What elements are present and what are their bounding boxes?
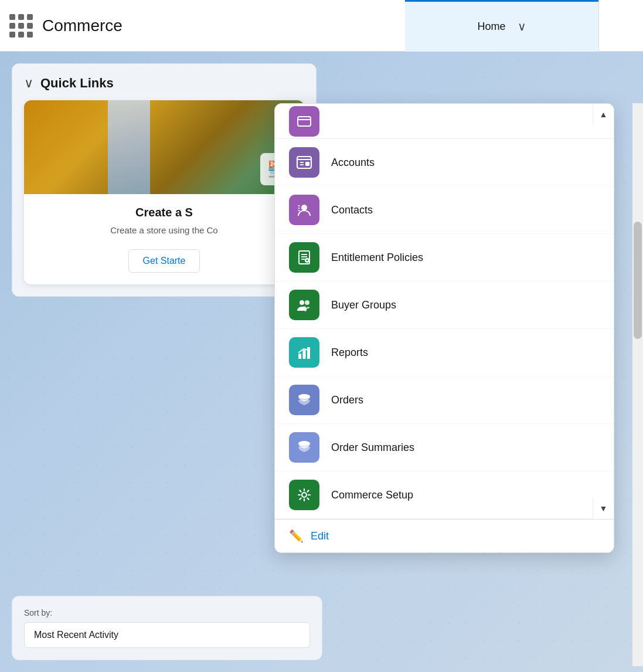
buyer-groups-icon: [289, 290, 319, 320]
contacts-label: Contacts: [331, 204, 373, 216]
sort-select[interactable]: Most Recent Activity: [24, 622, 310, 648]
top-navigation: Commerce Home ∨: [0, 0, 643, 52]
accounts-label: Accounts: [331, 157, 375, 169]
store-card: 🏪 Create a S Create a store using the Co…: [24, 100, 304, 284]
store-card-body: Create a S Create a store using the Co G…: [24, 194, 304, 284]
dropdown-scroll-area: ▲: [275, 104, 614, 519]
home-tab[interactable]: Home ∨: [405, 0, 598, 52]
edit-label: Edit: [311, 530, 329, 542]
menu-item-partial-top[interactable]: [275, 104, 614, 139]
svg-point-26: [302, 493, 307, 497]
quick-links-header: ∨ Quick Links: [24, 76, 304, 91]
order-summaries-label: Order Summaries: [331, 442, 414, 454]
app-title: Commerce: [42, 16, 123, 35]
accounts-icon: [289, 147, 319, 178]
apps-icon[interactable]: [9, 14, 33, 38]
menu-item-accounts[interactable]: Accounts: [275, 139, 614, 186]
quick-links-chevron[interactable]: ∨: [24, 76, 33, 91]
menu-item-entitlement-policies[interactable]: Entitlement Policies: [275, 234, 614, 281]
menu-item-order-summaries[interactable]: Order Summaries: [275, 424, 614, 471]
menu-item-reports[interactable]: Reports: [275, 329, 614, 376]
menu-item-contacts[interactable]: Contacts: [275, 186, 614, 234]
reports-icon: [289, 337, 319, 368]
store-card-description: Create a store using the Co: [38, 224, 290, 237]
get-started-button[interactable]: Get Starte: [128, 249, 200, 273]
contacts-icon: [289, 195, 319, 225]
waterfall-element: [108, 100, 150, 194]
scroll-down-button[interactable]: ▼: [593, 498, 614, 519]
home-tab-label: Home: [477, 21, 505, 33]
scrollbar-thumb[interactable]: [634, 222, 642, 339]
svg-point-19: [305, 300, 309, 305]
sort-value: Most Recent Activity: [34, 630, 118, 640]
svg-rect-22: [303, 350, 306, 359]
entitlement-policies-label: Entitlement Policies: [331, 252, 423, 264]
reports-label: Reports: [331, 347, 368, 359]
menu-item-commerce-setup[interactable]: Commerce Setup: [275, 471, 614, 519]
svg-point-7: [301, 205, 307, 211]
scroll-up-button[interactable]: ▲: [593, 104, 614, 125]
home-tab-chevron: ∨: [518, 19, 526, 33]
edit-icon: ✏️: [289, 529, 304, 543]
entitlement-policies-icon: [289, 242, 319, 273]
orders-label: Orders: [331, 394, 363, 406]
svg-rect-23: [307, 347, 310, 359]
nav-dropdown-menu: ▲: [274, 103, 614, 553]
order-summaries-icon: [289, 432, 319, 463]
buyer-groups-label: Buyer Groups: [331, 299, 396, 311]
svg-rect-21: [298, 354, 301, 359]
quick-links-title: Quick Links: [40, 76, 114, 91]
svg-point-20: [302, 307, 307, 311]
store-card-title: Create a S: [38, 206, 290, 219]
menu-item-buyer-groups[interactable]: Buyer Groups: [275, 281, 614, 329]
sort-card: Sort by: Most Recent Activity: [12, 596, 322, 660]
menu-item-orders[interactable]: Orders: [275, 376, 614, 424]
svg-rect-9: [298, 208, 300, 209]
dropdown-footer[interactable]: ✏️ Edit: [275, 519, 614, 552]
svg-rect-0: [298, 117, 311, 126]
sort-label: Sort by:: [24, 608, 310, 617]
svg-rect-6: [305, 162, 309, 166]
svg-point-18: [300, 300, 304, 305]
quick-links-card: ∨ Quick Links 🏪 Create a S Create a stor…: [12, 63, 317, 297]
svg-rect-10: [298, 210, 300, 211]
partial-icon: [289, 106, 319, 137]
svg-rect-8: [298, 205, 300, 206]
nav-right-section: [598, 0, 634, 52]
page-scrollbar[interactable]: [632, 103, 643, 666]
commerce-setup-label: Commerce Setup: [331, 489, 413, 501]
store-image: 🏪: [24, 100, 304, 194]
commerce-setup-icon: [289, 480, 319, 510]
main-content: ∨ Quick Links 🏪 Create a S Create a stor…: [0, 52, 643, 672]
orders-icon: [289, 385, 319, 415]
